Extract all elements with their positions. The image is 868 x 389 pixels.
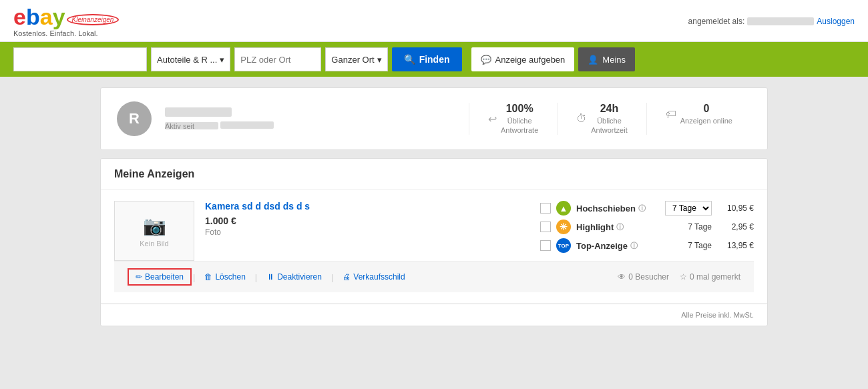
profile-name <box>165 107 232 117</box>
pencil-icon: ✏ <box>136 272 142 282</box>
listing-category: Foto <box>205 228 529 237</box>
anzeige-aufgeben-button[interactable]: 💬 Anzeige aufgeben <box>471 47 575 71</box>
loeschen-label: Löschen <box>215 272 245 282</box>
option-highlight: ✳ Highlight ⓘ 7 Tage 2,95 € <box>540 220 754 234</box>
stat-antwortzeit: ⏱ 24h ÜblicheAntwortzeit <box>558 103 646 135</box>
avatar: R <box>117 101 152 136</box>
hochschieben-price: 10,95 € <box>717 204 754 213</box>
profile-since: Aktiv seit <box>165 121 455 130</box>
chat-icon: 💬 <box>481 55 491 65</box>
deaktivieren-label: Deaktivieren <box>277 272 322 282</box>
listing-details: Kamera sd d dsd ds d s 1.000 € Foto <box>205 201 529 237</box>
footer-note: Alle Preise inkl. MwSt. <box>101 304 767 326</box>
search-icon: 🔍 <box>404 54 415 65</box>
category-label: Autoteile & R ... <box>157 55 217 65</box>
listing-image: 📷 Kein Bild <box>114 201 194 261</box>
option-top-anzeige: TOP Top-Anzeige ⓘ 7 Tage 13,95 € <box>540 238 754 253</box>
anzeigen-title: Meine Anzeigen <box>101 159 767 190</box>
profile-stats: ↩ 100% ÜblicheAntwortrate ⏱ 24h ÜblicheA… <box>469 103 751 135</box>
aktiv-seit-value <box>220 121 274 129</box>
listing-item: 📷 Kein Bild Kamera sd d dsd ds d s 1.000… <box>101 190 767 304</box>
antwortrate-value: 100% <box>501 103 538 115</box>
hochschieben-label: Hochschieben ⓘ <box>576 204 660 214</box>
highlight-price: 2,95 € <box>717 222 754 232</box>
chevron-down-icon: ▾ <box>220 55 224 65</box>
anzeigen-value: 0 <box>680 103 732 115</box>
meins-button[interactable]: 👤 Meins <box>578 47 635 71</box>
hochschieben-checkbox[interactable] <box>540 203 551 214</box>
stat-antwortrate: ↩ 100% ÜblicheAntwortrate <box>469 103 558 135</box>
highlight-duration: 7 Tage <box>675 222 712 232</box>
plz-input[interactable] <box>234 47 321 71</box>
visitors-item: 👁 0 Besucher <box>618 272 669 282</box>
option-hochschieben: ▲ Hochschieben ⓘ 7 Tage 14 Tage 30 Tage … <box>540 201 754 216</box>
main-content: R Aktiv seit ↩ 100% ÜblicheAntwortrate <box>100 87 768 326</box>
visitors-value: 0 Besucher <box>628 272 669 282</box>
top-anzeige-checkbox[interactable] <box>540 240 551 251</box>
angemeldet-als-label: angemeldet als: <box>688 17 745 26</box>
ausloggen-link[interactable]: Ausloggen <box>817 17 855 26</box>
antwortzeit-value: 24h <box>591 103 627 115</box>
highlight-checkbox[interactable] <box>540 222 551 232</box>
separator-3: | <box>330 272 335 282</box>
separator-2: | <box>254 272 258 282</box>
anzeigen-card: Meine Anzeigen 📷 Kein Bild Kamera sd d d… <box>100 158 768 326</box>
bearbeiten-label: Bearbeiten <box>145 272 184 282</box>
bearbeiten-button[interactable]: ✏ Bearbeiten <box>128 268 192 286</box>
star-icon: ☆ <box>680 272 687 282</box>
ort-dropdown[interactable]: Ganzer Ort ▾ <box>325 47 387 71</box>
verkaufsschild-label: Verkaufsschild <box>353 272 405 282</box>
hochschieben-icon: ▲ <box>556 201 571 216</box>
listing-title[interactable]: Kamera sd d dsd ds d s <box>205 201 310 212</box>
verkaufsschild-button[interactable]: 🖨 Verkaufsschild <box>335 268 413 286</box>
top-anzeige-price: 13,95 € <box>717 241 754 250</box>
clock-icon: ⏱ <box>576 113 587 125</box>
hochschieben-duration-select[interactable]: 7 Tage 14 Tage 30 Tage <box>665 201 712 216</box>
bookmarks-item: ☆ 0 mal gemerkt <box>680 272 740 282</box>
highlight-label: Highlight ⓘ <box>576 222 670 232</box>
username-masked <box>747 17 814 25</box>
profile-card: R Aktiv seit ↩ 100% ÜblicheAntwortrate <box>100 87 768 150</box>
finden-button[interactable]: 🔍 Finden <box>392 47 462 71</box>
anzeigen-label: Anzeigen online <box>680 116 732 125</box>
loeschen-button[interactable]: 🗑 Löschen <box>196 268 253 286</box>
meins-label: Meins <box>602 55 626 65</box>
chevron-down-icon: ▾ <box>377 55 382 65</box>
finden-label: Finden <box>419 54 450 65</box>
pause-icon: ⏸ <box>266 272 274 282</box>
antwortzeit-label: ÜblicheAntwortzeit <box>591 116 627 135</box>
ebay-logo: ebay Kleinanzeigen Kostenlos. Einfach. L… <box>13 5 119 37</box>
antwortrate-label: ÜblicheAntwortrate <box>501 116 538 135</box>
logo-text: ebay <box>13 5 65 28</box>
profile-info: Aktiv seit <box>165 107 455 130</box>
navbar: Autoteile & R ... ▾ Ganzer Ort ▾ 🔍 Finde… <box>0 42 868 77</box>
aktiv-seit-label: Aktiv seit <box>165 122 218 129</box>
listing-top: 📷 Kein Bild Kamera sd d dsd ds d s 1.000… <box>114 201 754 261</box>
highlight-info-icon[interactable]: ⓘ <box>616 222 624 232</box>
top-anzeige-duration: 7 Tage <box>675 241 712 250</box>
hochschieben-info-icon[interactable]: ⓘ <box>638 204 646 214</box>
anzeige-aufgeben-label: Anzeige aufgeben <box>495 55 566 65</box>
top-anzeige-label: Top-Anzeige ⓘ <box>576 241 670 251</box>
action-bar: ✏ Bearbeiten | 🗑 Löschen | ⏸ Deaktiviere… <box>114 261 754 292</box>
deaktivieren-button[interactable]: ⏸ Deaktivieren <box>258 268 330 286</box>
top-anzeige-icon: TOP <box>556 238 571 253</box>
separator-1: | <box>192 272 196 282</box>
camera-icon: 📷 <box>143 215 166 237</box>
header: ebay Kleinanzeigen Kostenlos. Einfach. L… <box>0 0 868 42</box>
eye-icon: 👁 <box>618 272 626 282</box>
listing-price: 1.000 € <box>205 216 529 226</box>
kein-bild-label: Kein Bild <box>140 240 168 248</box>
print-icon: 🖨 <box>343 272 351 282</box>
top-anzeige-info-icon[interactable]: ⓘ <box>630 241 638 251</box>
tag-icon: 🏷 <box>666 108 676 120</box>
bookmarks-value: 0 mal gemerkt <box>690 272 740 282</box>
category-dropdown[interactable]: Autoteile & R ... ▾ <box>151 47 230 71</box>
search-input[interactable] <box>13 47 147 71</box>
tagline: Kostenlos. Einfach. Lokal. <box>13 29 119 37</box>
trash-icon: 🗑 <box>204 272 212 282</box>
kleinanzeigen-badge: Kleinanzeigen <box>67 14 120 25</box>
header-account: angemeldet als: Ausloggen <box>688 17 855 26</box>
reply-icon: ↩ <box>488 113 497 125</box>
highlight-icon: ✳ <box>556 220 571 234</box>
